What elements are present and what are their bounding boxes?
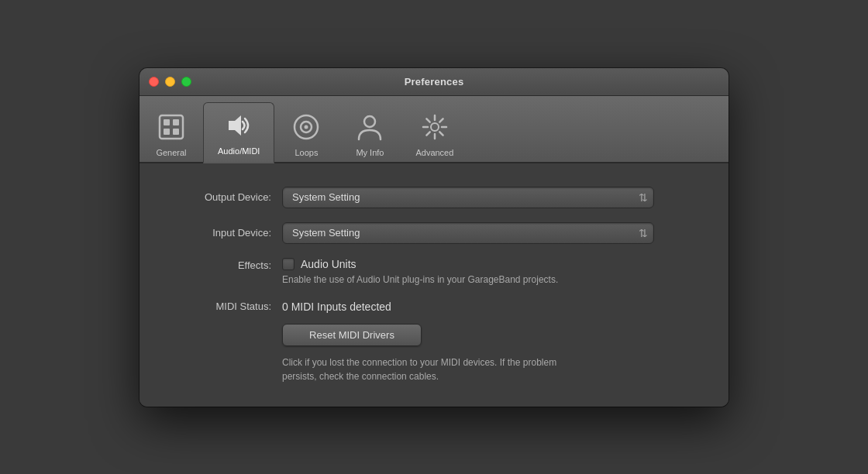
input-device-label: Input Device: [170, 227, 271, 239]
loops-tab-label: Loops [294, 148, 318, 157]
audio-midi-icon [221, 108, 257, 143]
effects-label: Effects: [170, 258, 271, 271]
tab-advanced[interactable]: Advanced [401, 105, 467, 162]
advanced-icon [417, 109, 453, 145]
content-area: Output Device: System Setting ⇅ Input De… [140, 163, 728, 407]
my-info-tab-label: My Info [356, 148, 384, 157]
svg-marker-5 [229, 115, 241, 136]
svg-line-18 [426, 132, 429, 135]
output-device-label: Output Device: [170, 191, 271, 203]
minimize-button[interactable] [165, 77, 175, 87]
tab-my-info[interactable]: My Info [338, 105, 401, 162]
preferences-window: Preferences General [140, 68, 728, 407]
window-title: Preferences [405, 76, 464, 88]
svg-point-9 [364, 116, 375, 127]
audio-units-desc: Enable the use of Audio Unit plug-ins in… [282, 274, 558, 285]
output-device-dropdown-wrap: System Setting ⇅ [282, 187, 654, 208]
svg-rect-4 [173, 129, 179, 135]
tab-audio-midi[interactable]: Audio/MIDI [203, 102, 274, 163]
advanced-tab-label: Advanced [415, 148, 453, 157]
tab-loops[interactable]: Loops [274, 105, 338, 162]
audio-units-label: Audio Units [301, 258, 356, 270]
output-device-row: Output Device: System Setting ⇅ [170, 187, 698, 208]
midi-status-label: MIDI Status: [170, 301, 271, 312]
midi-desc-line1: Click if you lost the connection to your… [282, 357, 556, 368]
svg-rect-1 [164, 119, 170, 125]
loops-icon [288, 109, 324, 145]
svg-line-16 [439, 132, 443, 135]
titlebar: Preferences [140, 68, 728, 96]
input-device-dropdown-wrap: System Setting ⇅ [282, 222, 654, 244]
my-info-icon [352, 109, 388, 145]
effects-row: Effects: Audio Units Enable the use of A… [170, 258, 698, 285]
output-device-select[interactable]: System Setting [282, 187, 654, 208]
toolbar: General Audio/MIDI [140, 96, 728, 163]
svg-rect-2 [173, 119, 179, 125]
svg-rect-0 [160, 115, 183, 139]
general-icon [153, 109, 189, 145]
midi-status-text: 0 MIDI Inputs detected [282, 301, 391, 313]
effects-content: Audio Units Enable the use of Audio Unit… [282, 258, 558, 285]
close-button[interactable] [149, 77, 159, 87]
general-tab-label: General [156, 148, 186, 157]
audio-midi-tab-label: Audio/MIDI [218, 146, 260, 156]
svg-rect-3 [164, 129, 170, 135]
input-device-row: Input Device: System Setting ⇅ [170, 222, 698, 244]
midi-desc: Click if you lost the connection to your… [170, 356, 620, 383]
svg-line-15 [426, 118, 429, 122]
audio-units-checkbox[interactable] [282, 258, 294, 270]
svg-line-17 [439, 118, 443, 122]
audio-units-check-row: Audio Units [282, 258, 558, 270]
midi-button-row: Reset MIDI Drivers [170, 324, 698, 346]
input-device-select[interactable]: System Setting [282, 222, 654, 244]
tab-general[interactable]: General [140, 105, 203, 162]
svg-point-10 [431, 123, 439, 131]
midi-status-row: MIDI Status: 0 MIDI Inputs detected [170, 301, 698, 313]
reset-midi-button[interactable]: Reset MIDI Drivers [282, 324, 422, 346]
midi-desc-line2: persists, check the connection cables. [282, 371, 439, 382]
maximize-button[interactable] [181, 77, 191, 87]
svg-point-8 [305, 125, 308, 129]
window-controls [149, 77, 191, 87]
